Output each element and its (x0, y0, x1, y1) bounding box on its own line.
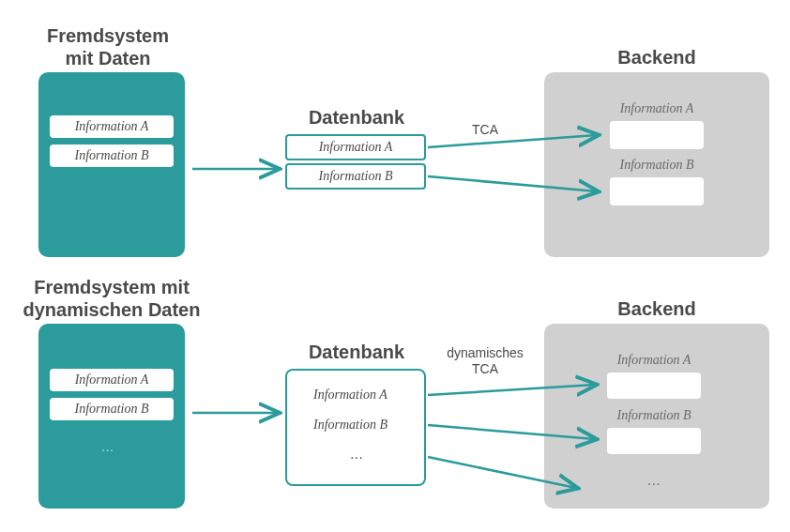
top-connector-label: TCA (466, 122, 504, 138)
top-backend-label-b: Information B (610, 158, 704, 173)
top-backend-title: Backend (572, 46, 741, 68)
bottom-db-ellipsis: … (351, 448, 362, 463)
top-db-item-a: Information A (285, 134, 426, 160)
top-db-item-b: Information B (285, 163, 426, 190)
bottom-source-title: Fremdsystem mit dynamischen Daten (13, 276, 210, 321)
bottom-backend-box-a (607, 372, 701, 399)
top-source-item-b: Information B (50, 144, 174, 167)
bottom-db-title: Datenbank (281, 341, 432, 363)
bottom-db-item-b: Information B (313, 418, 387, 433)
top-backend-box-b (610, 177, 704, 205)
bottom-backend-box-b (607, 428, 701, 454)
bottom-backend-label-a: Information A (607, 353, 701, 368)
top-backend-box-a (610, 121, 704, 149)
bottom-backend-title: Backend (572, 297, 741, 320)
title-line1: Fremdsystem (47, 25, 169, 46)
bottom-source-item-a: Information A (50, 369, 174, 391)
bottom-source-item-b: Information B (50, 398, 174, 420)
top-source-item-a: Information A (50, 115, 174, 138)
bottom-connector-label: dynamisches TCA (441, 345, 529, 377)
title-line2: dynamischen Daten (23, 299, 201, 320)
top-source-title: Fremdsystem mit Daten (19, 24, 197, 69)
top-backend-label-a: Information A (610, 101, 704, 116)
title-line1: Fremdsystem mit (34, 277, 190, 297)
top-db-title: Datenbank (281, 106, 432, 129)
bottom-backend-ellipsis: … (640, 474, 668, 489)
bottom-source-ellipsis: … (101, 439, 114, 454)
title-line2: mit Daten (65, 48, 150, 68)
bottom-db-item-a: Information A (313, 388, 387, 403)
bottom-backend-label-b: Information B (607, 408, 701, 423)
